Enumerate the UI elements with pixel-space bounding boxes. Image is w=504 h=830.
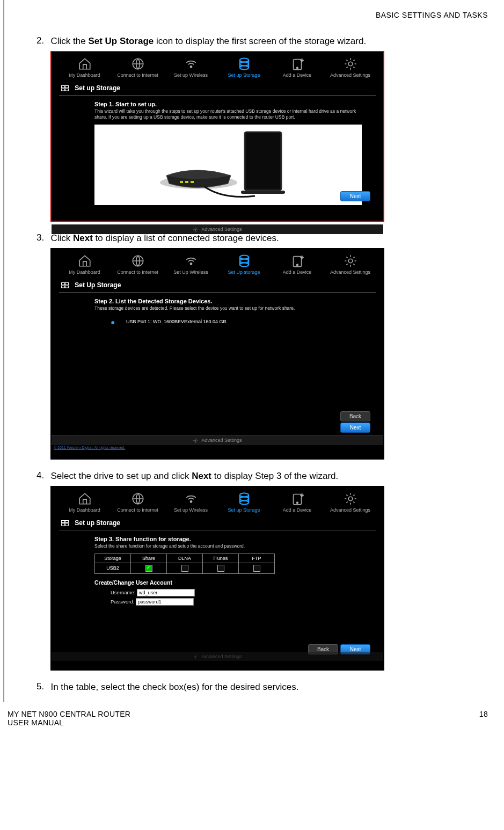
screenshot-step3: My Dashboard Connect to Internet Set up …: [50, 486, 384, 671]
nav-dashboard[interactable]: My Dashboard: [62, 253, 107, 275]
checkbox-icon: [217, 565, 224, 572]
svg-rect-30: [62, 286, 65, 288]
nav-dashboard[interactable]: My Dashboard: [62, 491, 107, 513]
nav-add-device[interactable]: Add a Device: [275, 56, 320, 78]
svg-rect-29: [65, 283, 69, 285]
nav-wireless[interactable]: Set up Wireless: [169, 491, 214, 513]
step-number: 5.: [36, 681, 48, 692]
nav-label: Connect to Internet: [117, 72, 158, 78]
cell-dlna[interactable]: [167, 563, 203, 573]
radio-selected-icon: ●: [111, 318, 115, 326]
next-button[interactable]: Next: [340, 191, 370, 201]
step-number: 2.: [36, 35, 48, 46]
svg-point-27: [348, 259, 353, 263]
detected-device-row[interactable]: ● USB Port 1: WD_1600BEVExternal 160.04 …: [94, 316, 362, 326]
username-field[interactable]: [137, 589, 195, 596]
add-device-icon: [275, 56, 320, 71]
svg-point-40: [348, 497, 353, 501]
nav-label: My Dashboard: [69, 72, 100, 78]
text-fragment: to display a list of connected storage d…: [93, 233, 279, 243]
panel-title: Set Up Storage: [59, 279, 376, 293]
checkbox-icon: [181, 565, 188, 572]
col-dlna: DLNA: [167, 554, 203, 563]
wizard-step-title: Step 3. Share function for storage.: [94, 536, 362, 542]
panel-title-icon: [61, 282, 69, 288]
gear-icon: [193, 438, 198, 443]
gear-icon: [328, 56, 373, 71]
instruction-step-4: 4. Select the drive to set up and click …: [36, 470, 488, 483]
panel-footer[interactable]: Advanced Settings: [52, 224, 383, 234]
nav-storage[interactable]: Set up Storage: [222, 56, 267, 78]
back-button[interactable]: Back: [340, 411, 370, 421]
nav-label: Set up Storage: [228, 507, 260, 513]
share-table: Storage Share DLNA iTunes FTP USB2: [94, 554, 275, 574]
svg-rect-31: [65, 286, 69, 288]
step-text: Click the Set Up Storage icon to display…: [50, 35, 480, 48]
cell-share[interactable]: [131, 563, 167, 573]
panel-body: Step 1. Start to set up. This wizard wil…: [52, 99, 383, 216]
svg-point-24: [239, 263, 248, 266]
text-fragment: icon to display the first screen of the …: [154, 36, 366, 46]
next-button[interactable]: Next: [340, 423, 370, 433]
svg-point-39: [296, 502, 298, 504]
panel-footer[interactable]: Advanced Settings: [52, 652, 383, 661]
globe-icon: [115, 253, 160, 268]
svg-rect-11: [65, 89, 69, 91]
panel-title-text: Set up Storage: [75, 84, 120, 92]
password-field[interactable]: [136, 598, 194, 606]
nav-label: Set up Wireless: [174, 72, 208, 78]
svg-rect-28: [62, 283, 65, 285]
nav-label: Set Up Wireless: [173, 270, 208, 275]
svg-rect-42: [65, 521, 69, 523]
home-icon: [62, 253, 107, 268]
nav-add-device[interactable]: Add a Device: [275, 491, 320, 513]
nav-label: Set Up storage: [228, 270, 260, 275]
gear-icon: [328, 253, 373, 268]
globe-icon: [115, 491, 160, 506]
nav-connect[interactable]: Connect to Internet: [115, 253, 160, 275]
nav-storage[interactable]: Set Up storage: [222, 253, 267, 275]
text-fragment: to display Step 3 of the wizard.: [211, 471, 338, 481]
nav-add-device[interactable]: Add a Device: [275, 253, 320, 275]
wifi-icon: [169, 491, 214, 506]
instruction-step-3: 3. Click Next to display a list of conne…: [36, 232, 488, 245]
text-bold: Next: [73, 233, 93, 243]
nav-wireless[interactable]: Set up Wireless: [169, 56, 214, 78]
cell-itunes[interactable]: [203, 563, 239, 573]
screenshot-step2: My Dashboard Connect to Internet Set Up …: [50, 248, 384, 460]
nav-connect[interactable]: Connect to Internet: [115, 491, 160, 513]
nav-advanced[interactable]: Advanced Settings: [328, 491, 373, 513]
text-fragment: Click: [50, 233, 73, 243]
svg-point-4: [239, 65, 248, 69]
svg-rect-13: [246, 133, 280, 189]
nav-label: Set up Wireless: [174, 507, 208, 513]
nav-label: Add a Device: [283, 270, 312, 275]
globe-icon: [115, 56, 160, 71]
panel-footer[interactable]: Advanced Settings: [52, 435, 383, 445]
panel-body: Step 3. Share function for storage. Sele…: [52, 534, 383, 643]
add-device-icon: [275, 253, 320, 268]
svg-point-6: [296, 67, 298, 69]
password-row: Password:: [111, 598, 362, 606]
checkbox-checked-icon: [145, 565, 152, 572]
svg-rect-41: [62, 521, 65, 523]
nav-advanced[interactable]: Advanced Settings: [328, 253, 373, 275]
panel-title-text: Set Up Storage: [75, 281, 121, 289]
svg-rect-17: [185, 181, 188, 183]
panel-title: Set up Storage: [59, 517, 376, 530]
cell-ftp[interactable]: [239, 563, 275, 573]
svg-point-26: [296, 264, 298, 266]
nav-storage[interactable]: Set up Storage: [222, 491, 267, 513]
storage-icon: [222, 56, 267, 71]
text-fragment: Click the: [50, 36, 88, 46]
step-number: 4.: [36, 470, 48, 481]
nav-connect[interactable]: Connect to Internet: [115, 56, 160, 78]
nav-wireless[interactable]: Set Up Wireless: [169, 253, 214, 275]
nav-dashboard[interactable]: My Dashboard: [62, 56, 107, 78]
gear-icon: [328, 491, 373, 506]
footer-manual: USER MANUAL: [8, 718, 130, 727]
storage-icon: [222, 491, 267, 506]
nav-advanced[interactable]: Advanced Settings: [328, 56, 373, 78]
step-text: Click Next to display a list of connecte…: [50, 232, 480, 245]
home-icon: [62, 491, 107, 506]
